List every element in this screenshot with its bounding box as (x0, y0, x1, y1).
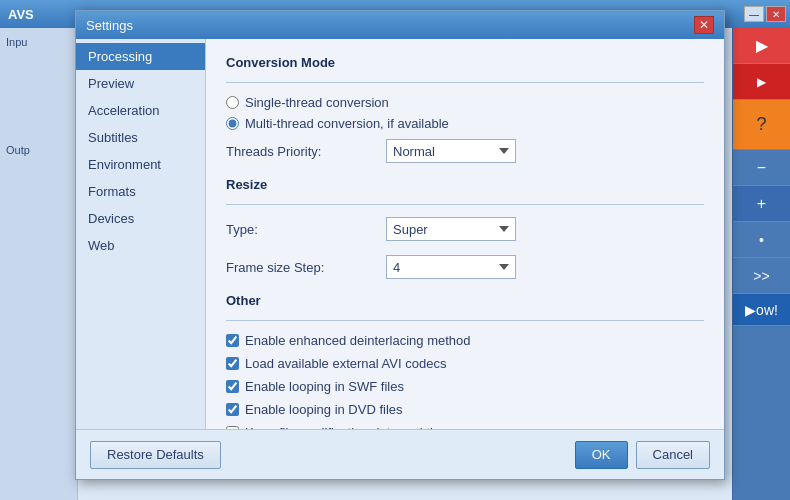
conversion-mode-title: Conversion Mode (226, 55, 704, 74)
checkbox-dvd-loop: Enable looping in DVD files (226, 402, 704, 417)
checkbox-deinterlace: Enable enhanced deinterlacing method (226, 333, 704, 348)
sidebar-item-formats[interactable]: Formats (76, 178, 205, 205)
dvd-loop-label: Enable looping in DVD files (245, 402, 403, 417)
sidebar-item-subtitles[interactable]: Subtitles (76, 124, 205, 151)
avi-codecs-label: Load available external AVI codecs (245, 356, 446, 371)
single-thread-radio-item: Single-thread conversion (226, 95, 704, 110)
bg-side-icon-nav-plus[interactable]: + (733, 186, 790, 222)
single-thread-radio[interactable] (226, 96, 239, 109)
multi-thread-radio[interactable] (226, 117, 239, 130)
frame-size-step-select[interactable]: 1 2 4 8 16 (386, 255, 516, 279)
threads-priority-select[interactable]: Normal Low High Highest (386, 139, 516, 163)
bg-window-controls: — ✕ (730, 0, 790, 28)
frame-size-step-label: Frame size Step: (226, 260, 386, 275)
keep-date-checkbox[interactable] (226, 426, 239, 429)
resize-type-select[interactable]: None Super Fast Slow (386, 217, 516, 241)
sidebar-item-acceleration[interactable]: Acceleration (76, 97, 205, 124)
sidebar-item-preview[interactable]: Preview (76, 70, 205, 97)
bg-side-icon-play[interactable]: ▶ (733, 28, 790, 64)
sidebar-item-environment[interactable]: Environment (76, 151, 205, 178)
bg-side-icon-dot1[interactable]: • (733, 222, 790, 258)
dialog-titlebar: Settings ✕ (76, 11, 724, 39)
other-divider (226, 320, 704, 321)
bg-output-label: Outp (6, 144, 30, 156)
swf-loop-checkbox[interactable] (226, 380, 239, 393)
threads-priority-label: Threads Priority: (226, 144, 386, 159)
bg-side-icon-nav-minus[interactable]: − (733, 150, 790, 186)
ok-button[interactable]: OK (575, 441, 628, 469)
bg-close-btn[interactable]: ✕ (766, 6, 786, 22)
checkbox-keep-date: Keep file modification date and time (226, 425, 704, 429)
cancel-button[interactable]: Cancel (636, 441, 710, 469)
dialog-body: Processing Preview Acceleration Subtitle… (76, 39, 724, 429)
conversion-mode-radio-group: Single-thread conversion Multi-thread co… (226, 95, 704, 131)
bg-left-item-output: Outp (0, 136, 77, 164)
settings-content: Conversion Mode Single-thread conversion… (206, 39, 724, 429)
bg-right-panel: ▶ ▶ ? − + • >> ▶ow! (732, 28, 790, 500)
deinterlace-checkbox[interactable] (226, 334, 239, 347)
bg-side-play-btn[interactable]: ▶ow! (733, 294, 790, 326)
resize-type-label: Type: (226, 222, 386, 237)
resize-type-row: Type: None Super Fast Slow (226, 217, 704, 241)
frame-size-step-row: Frame size Step: 1 2 4 8 16 (226, 255, 704, 279)
checkbox-swf-loop: Enable looping in SWF files (226, 379, 704, 394)
multi-thread-radio-item: Multi-thread conversion, if available (226, 116, 704, 131)
swf-loop-label: Enable looping in SWF files (245, 379, 404, 394)
bg-left-item-input: Inpu (0, 28, 77, 56)
deinterlace-label: Enable enhanced deinterlacing method (245, 333, 471, 348)
bg-left-panel: Inpu Outp (0, 28, 78, 500)
bg-side-icon-dot2[interactable]: >> (733, 258, 790, 294)
threads-priority-row: Threads Priority: Normal Low High Highes… (226, 139, 704, 163)
settings-sidebar: Processing Preview Acceleration Subtitle… (76, 39, 206, 429)
settings-dialog: Settings ✕ Processing Preview Accelerati… (75, 10, 725, 480)
single-thread-label: Single-thread conversion (245, 95, 389, 110)
dialog-title: Settings (86, 18, 133, 33)
other-title: Other (226, 293, 704, 312)
resize-title: Resize (226, 177, 704, 196)
sidebar-item-devices[interactable]: Devices (76, 205, 205, 232)
bg-side-icon-youtube[interactable]: ▶ (733, 64, 790, 100)
multi-thread-label: Multi-thread conversion, if available (245, 116, 449, 131)
dvd-loop-checkbox[interactable] (226, 403, 239, 416)
avi-codecs-checkbox[interactable] (226, 357, 239, 370)
bg-side-icon-orange[interactable]: ? (733, 100, 790, 150)
footer-right-buttons: OK Cancel (575, 441, 710, 469)
conversion-mode-divider (226, 82, 704, 83)
restore-defaults-button[interactable]: Restore Defaults (90, 441, 221, 469)
checkbox-avi-codecs: Load available external AVI codecs (226, 356, 704, 371)
keep-date-label: Keep file modification date and time (245, 425, 451, 429)
resize-divider (226, 204, 704, 205)
dialog-close-button[interactable]: ✕ (694, 16, 714, 34)
bg-app-title: AVS (8, 7, 34, 22)
sidebar-item-processing[interactable]: Processing (76, 43, 205, 70)
bg-input-label: Inpu (6, 36, 27, 48)
bg-minimize-btn[interactable]: — (744, 6, 764, 22)
dialog-footer: Restore Defaults OK Cancel (76, 429, 724, 479)
sidebar-item-web[interactable]: Web (76, 232, 205, 259)
